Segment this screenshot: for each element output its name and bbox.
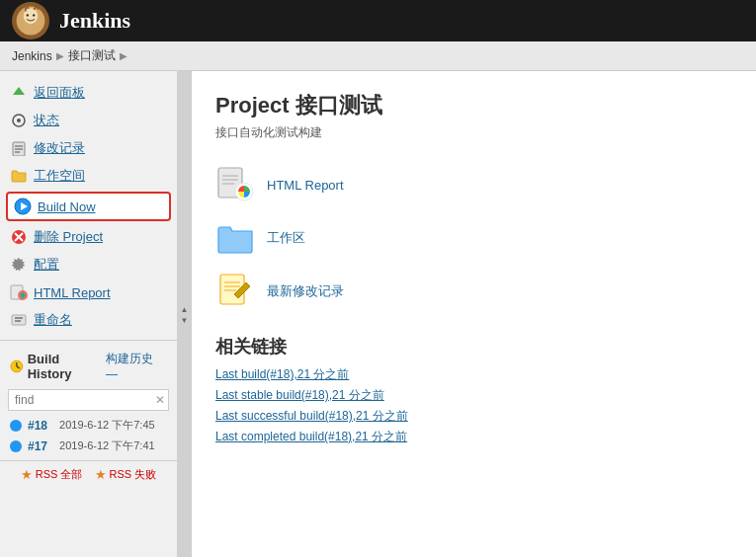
workspace-link-icon [215, 218, 255, 258]
svg-rect-21 [12, 315, 26, 325]
breadcrumb: Jenkins ▶ 接口测试 ▶ [0, 41, 756, 71]
build-history-section: Build History 构建历史 — ✕ #18 2019-6-12 下午7… [0, 340, 177, 488]
svg-point-3 [33, 14, 35, 16]
related-link-3[interactable]: Last successful build(#18),21 分之前 [215, 409, 408, 423]
svg-marker-4 [13, 87, 25, 95]
related-link-item-3: Last successful build(#18),21 分之前 [215, 408, 732, 425]
build-history-search-box: ✕ [8, 389, 169, 411]
related-link-4[interactable]: Last completed build(#18),21 分之前 [215, 430, 407, 443]
rss-fail-link[interactable]: ★ RSS 失败 [95, 467, 157, 482]
build-entry-18: #18 2019-6-12 下午7:45 [0, 415, 177, 436]
build-history-header: Build History 构建历史 — [0, 347, 177, 385]
sidebar-label-configure: 配置 [34, 256, 59, 274]
changelog-link[interactable]: 最新修改记录 [267, 282, 344, 300]
sidebar-item-rename[interactable]: 重命名 [0, 306, 177, 334]
sidebar-label-workspace: 工作空间 [34, 167, 85, 185]
sidebar-item-workspace[interactable]: 工作空间 [0, 162, 177, 190]
sidebar: 返回面板 状态 修改记录 工作空间 [0, 71, 178, 557]
related-link-1[interactable]: Last build(#18),21 分之前 [215, 367, 349, 381]
arrow-down: ▼ [181, 316, 189, 325]
workspace-link-item: 工作区 [215, 218, 732, 258]
build-entry-17: #17 2019-6-12 下午7:41 [0, 436, 177, 456]
resize-handle[interactable]: ▲ ▼ [178, 71, 192, 557]
related-links-section: 相关链接 Last build(#18),21 分之前 Last stable … [215, 335, 732, 445]
related-links-title: 相关链接 [215, 335, 732, 358]
status-icon [10, 112, 28, 129]
sidebar-item-html-report[interactable]: HTML Report [0, 278, 177, 306]
gear-icon [10, 256, 28, 274]
arrow-up: ▲ [181, 305, 189, 314]
related-link-2[interactable]: Last stable build(#18),21 分之前 [215, 388, 384, 402]
rss-all-label: RSS 全部 [36, 467, 83, 482]
main-layout: 返回面板 状态 修改记录 工作空间 [0, 71, 756, 557]
svg-point-6 [17, 119, 21, 122]
build-time-18: 2019-6-12 下午7:45 [59, 418, 155, 433]
sidebar-label-html-report: HTML Report [34, 285, 111, 300]
build-history-link[interactable]: 构建历史 — [106, 351, 167, 381]
rename-icon [10, 311, 28, 329]
breadcrumb-project[interactable]: 接口测试 [68, 47, 116, 64]
rss-fail-label: RSS 失败 [110, 467, 157, 482]
html-report-link-icon [215, 165, 255, 204]
rss-all-link[interactable]: ★ RSS 全部 [21, 467, 83, 482]
svg-point-20 [22, 294, 25, 297]
html-report-icon [10, 283, 28, 301]
build-now-icon [14, 198, 32, 215]
jenkins-logo [12, 2, 49, 40]
build-history-title: Build History [10, 352, 106, 381]
content-links: HTML Report 工作区 [215, 165, 732, 311]
changelog-link-icon [215, 272, 255, 311]
build-time-17: 2019-6-12 下午7:41 [59, 438, 155, 453]
project-subtitle: 接口自动化测试构建 [215, 124, 732, 141]
sidebar-item-configure[interactable]: 配置 [0, 251, 177, 278]
sidebar-label-rename: 重命名 [34, 311, 72, 329]
delete-icon [10, 228, 28, 246]
build-link-17[interactable]: #17 [28, 439, 47, 453]
html-report-link[interactable]: HTML Report [267, 178, 344, 193]
svg-point-2 [27, 14, 29, 16]
workspace-link[interactable]: 工作区 [267, 229, 305, 247]
up-arrow-icon [10, 84, 28, 102]
breadcrumb-jenkins[interactable]: Jenkins [12, 49, 52, 63]
sidebar-item-status[interactable]: 状态 [0, 107, 177, 134]
project-title: Project 接口测试 [215, 91, 732, 120]
breadcrumb-arrow-1: ▶ [56, 50, 64, 61]
sidebar-label-changelog: 修改记录 [34, 139, 85, 157]
sidebar-item-back-to-dashboard[interactable]: 返回面板 [0, 79, 177, 107]
sidebar-label-build-now: Build Now [38, 199, 96, 214]
sidebar-label-status: 状态 [34, 112, 59, 129]
build-status-dot-18 [10, 420, 22, 432]
rss-bar: ★ RSS 全部 ★ RSS 失败 [0, 460, 177, 488]
app-title: Jenkins [59, 8, 130, 34]
related-link-item-4: Last completed build(#18),21 分之前 [215, 429, 732, 445]
search-clear-icon[interactable]: ✕ [155, 393, 165, 407]
breadcrumb-arrow-2: ▶ [120, 50, 127, 61]
header: Jenkins [0, 0, 756, 41]
sidebar-item-delete-project[interactable]: 删除 Project [0, 223, 177, 251]
rss-all-icon: ★ [21, 467, 33, 482]
html-report-link-item: HTML Report [215, 165, 732, 204]
related-links-list: Last build(#18),21 分之前 Last stable build… [215, 366, 732, 445]
changelog-link-item: 最新修改记录 [215, 272, 732, 311]
build-link-18[interactable]: #18 [28, 419, 47, 433]
rss-fail-icon: ★ [95, 467, 107, 482]
changelog-icon [10, 139, 28, 157]
sidebar-item-build-now[interactable]: Build Now [6, 192, 171, 221]
build-history-search-input[interactable] [8, 389, 169, 411]
clock-icon [10, 359, 24, 373]
sidebar-item-changelog[interactable]: 修改记录 [0, 134, 177, 162]
build-status-dot-17 [10, 440, 22, 452]
main-content: Project 接口测试 接口自动化测试构建 [192, 71, 756, 557]
sidebar-label-delete: 删除 Project [34, 228, 103, 246]
sidebar-label-back: 返回面板 [34, 84, 85, 102]
related-link-item-1: Last build(#18),21 分之前 [215, 366, 732, 383]
related-link-item-2: Last stable build(#18),21 分之前 [215, 387, 732, 404]
folder-icon [10, 167, 28, 185]
